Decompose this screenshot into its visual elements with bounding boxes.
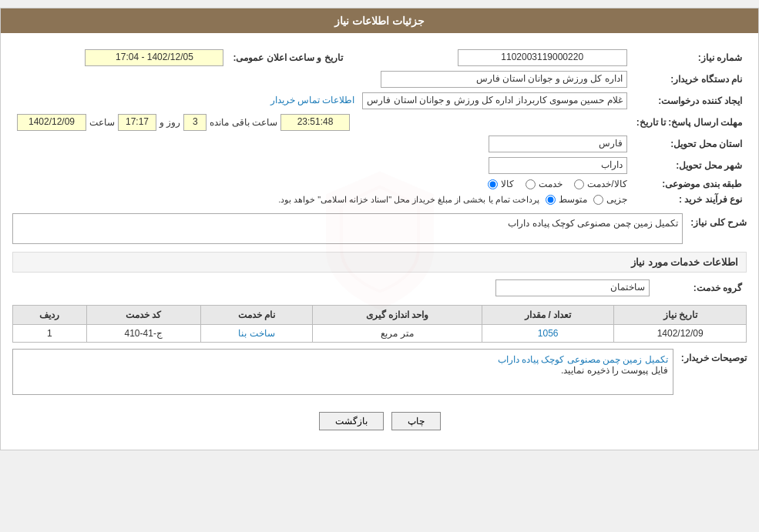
process-motavasset: متوسط [546,194,587,205]
service-group-label: گروه خدمت: [654,277,747,299]
process-jozi: جزیی [593,194,627,205]
page-title: جزئیات اطلاعات نیاز [334,15,425,27]
buyer-desc-value: تکمیل زمین چمن مصنوعی کوچک پیاده داراب ف… [12,349,673,395]
page-header: جزئیات اطلاعات نیاز [1,8,758,33]
col-service-name: نام خدمت [200,306,313,325]
creator-label: ایجاد کننده درخواست: [632,90,747,112]
category-kala-khidmat: کالا/خدمت [574,179,626,189]
creator-value: غلام حسین موسوی کاربرداز اداره کل ورزش و… [362,92,626,109]
category-kala-khidmat-label: کالا/خدمت [587,179,626,189]
back-button[interactable]: بازگشت [319,412,384,430]
services-table: تاریخ نیاز تعداد / مقدار واحد اندازه گیر… [12,305,747,343]
send-deadline-label: مهلت ارسال پاسخ: تا تاریخ: [632,112,747,133]
col-quantity: تعداد / مقدار [482,306,614,325]
process-motavasset-radio[interactable] [546,195,556,205]
process-motavasset-label: متوسط [559,194,587,205]
announce-date-label: تاریخ و ساعت اعلان عمومی: [228,47,347,69]
need-number-label: شماره نیاز: [632,47,747,69]
col-row-num: ردیف [13,306,87,325]
process-note: پرداخت تمام یا بخشی از مبلغ خریداز محل "… [278,195,539,205]
buyer-desc-line2: فایل پیوست را ذخیره نمایید. [18,365,668,376]
service-group-value: ساختمان [495,279,650,296]
action-buttons: چاپ بازگشت [12,403,747,442]
category-khidmat-radio[interactable] [526,179,536,189]
services-section-title: اطلاعات خدمات مورد نیاز [12,252,747,273]
process-jozi-radio[interactable] [593,195,603,205]
table-row: 1402/12/09 1056 متر مربع ساخت بنا ج-41-4… [13,325,747,343]
city-value: داراب [489,157,627,174]
buyer-desc-label: توصیحات خریدار: [681,349,747,363]
remaining-time: 23:51:48 [280,114,350,131]
buyer-org-value: اداره کل ورزش و جوانان استان فارس [381,71,627,88]
remaining-label: ساعت باقی مانده [210,117,277,128]
print-button[interactable]: چاپ [391,412,441,430]
process-jozi-label: جزیی [606,194,627,205]
category-khidmat: خدمت [526,179,563,189]
category-kala-khidmat-radio[interactable] [574,179,584,189]
need-desc-label: شرح کلی نیاز: [690,213,747,228]
days-label: روز و [160,117,180,128]
announce-date-value: 1402/12/05 - 17:04 [85,49,223,66]
process-label: نوع فرآیند خرید : [632,192,747,207]
city-label: شهر محل تحویل: [632,155,747,176]
row-date: 1402/12/09 [614,325,747,343]
province-value: فارس [489,136,627,152]
time-value: 17:17 [118,114,156,131]
row-unit: متر مربع [313,325,482,343]
days-value: 3 [183,114,207,131]
buyer-org-label: نام دستگاه خریدار: [632,69,747,90]
need-number-value: 1102003119000220 [458,49,627,66]
creator-contact-link[interactable]: اطلاعات تماس خریدار [270,95,355,105]
buyer-desc-line1: تکمیل زمین چمن مصنوعی کوچک پیاده داراب [18,354,668,365]
category-kala: کالا [488,179,514,189]
col-unit: واحد اندازه گیری [313,306,482,325]
category-kala-radio[interactable] [488,179,498,189]
col-date: تاریخ نیاز [614,306,747,325]
row-service-name: ساخت بنا [200,325,313,343]
col-service-code: کد خدمت [86,306,200,325]
category-kala-label: کالا [501,179,514,189]
need-desc-value: تکمیل زمین چمن مصنوعی کوچک پیاده داراب [12,213,683,244]
province-label: استان محل تحویل: [632,133,747,155]
category-khidmat-label: خدمت [539,179,563,189]
row-quantity: 1056 [482,325,614,343]
date-value: 1402/12/09 [17,114,86,131]
row-num: 1 [13,325,87,343]
time-label: ساعت [89,117,115,128]
row-service-code: ج-41-410 [86,325,200,343]
category-label: طبقه بندی موضوعی: [632,176,747,192]
